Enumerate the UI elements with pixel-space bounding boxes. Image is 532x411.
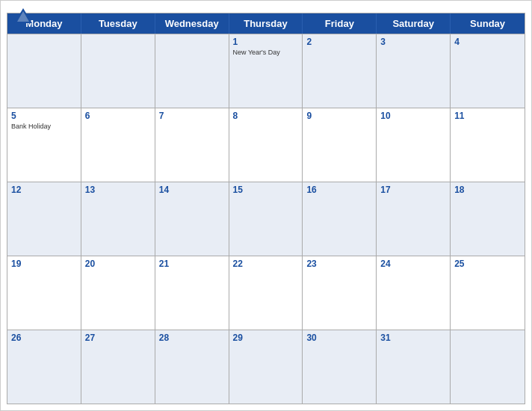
day-number: 13	[85, 185, 151, 195]
day-number: 16	[306, 185, 372, 195]
day-cell: 11	[451, 108, 525, 182]
day-cell: 30	[303, 330, 377, 404]
day-number: 5	[11, 111, 77, 121]
day-number: 10	[380, 111, 446, 121]
day-number: 30	[306, 333, 372, 343]
day-cell: 17	[377, 182, 451, 256]
day-number: 17	[380, 185, 446, 195]
week-row-3: 12131415161718	[7, 182, 525, 256]
logo-icon	[13, 7, 34, 28]
day-number: 28	[159, 333, 225, 343]
day-number: 29	[233, 333, 299, 343]
day-number: 15	[233, 185, 299, 195]
day-cell: 18	[451, 182, 525, 256]
day-number: 11	[454, 111, 521, 121]
day-number: 9	[306, 111, 372, 121]
day-number: 6	[85, 111, 151, 121]
day-header-friday: Friday	[303, 13, 377, 34]
day-cell: 19	[7, 256, 81, 330]
week-row-4: 19202122232425	[7, 256, 525, 330]
day-number: 8	[233, 111, 299, 121]
day-cell: 20	[81, 256, 155, 330]
day-cell: 31	[377, 330, 451, 404]
day-number: 18	[454, 185, 521, 195]
day-number: 25	[454, 259, 521, 269]
day-cell: 13	[81, 182, 155, 256]
calendar-header	[1, 1, 531, 13]
day-cell: 22	[229, 256, 303, 330]
calendar: MondayTuesdayWednesdayThursdayFridaySatu…	[0, 0, 532, 411]
day-cell: 3	[377, 34, 451, 108]
day-cell: 9	[303, 108, 377, 182]
day-cell: 7	[155, 108, 229, 182]
day-cell: 8	[229, 108, 303, 182]
calendar-grid: MondayTuesdayWednesdayThursdayFridaySatu…	[7, 13, 525, 404]
day-cell: 27	[81, 330, 155, 404]
day-headers-row: MondayTuesdayWednesdayThursdayFridaySatu…	[7, 13, 525, 34]
day-cell: 14	[155, 182, 229, 256]
day-number: 12	[11, 185, 77, 195]
day-number: 2	[306, 37, 372, 47]
day-cell: 6	[81, 108, 155, 182]
day-header-wednesday: Wednesday	[155, 13, 229, 34]
day-cell: 29	[229, 330, 303, 404]
day-number: 23	[306, 259, 372, 269]
day-number: 19	[11, 259, 77, 269]
day-cell	[155, 34, 229, 108]
weeks-container: 1New Year's Day2345Bank Holiday678910111…	[7, 34, 525, 404]
day-number: 31	[380, 333, 446, 343]
day-cell: 15	[229, 182, 303, 256]
day-header-thursday: Thursday	[229, 13, 303, 34]
day-cell: 16	[303, 182, 377, 256]
holiday-label: New Year's Day	[233, 49, 299, 57]
day-cell: 23	[303, 256, 377, 330]
day-cell: 12	[7, 182, 81, 256]
day-number: 3	[380, 37, 446, 47]
logo	[13, 7, 37, 28]
day-cell: 28	[155, 330, 229, 404]
week-row-2: 5Bank Holiday67891011	[7, 108, 525, 182]
day-number: 27	[85, 333, 151, 343]
day-number: 24	[380, 259, 446, 269]
day-number: 7	[159, 111, 225, 121]
day-cell	[451, 330, 525, 404]
day-header-saturday: Saturday	[377, 13, 451, 34]
day-header-sunday: Sunday	[451, 13, 525, 34]
day-cell: 26	[7, 330, 81, 404]
week-row-5: 262728293031	[7, 330, 525, 404]
holiday-label: Bank Holiday	[11, 123, 77, 131]
day-header-tuesday: Tuesday	[81, 13, 155, 34]
day-number: 1	[233, 37, 299, 47]
day-cell: 24	[377, 256, 451, 330]
day-number: 4	[454, 37, 521, 47]
day-cell	[81, 34, 155, 108]
day-number: 21	[159, 259, 225, 269]
day-cell: 5Bank Holiday	[7, 108, 81, 182]
day-cell: 2	[303, 34, 377, 108]
day-number: 20	[85, 259, 151, 269]
day-cell: 10	[377, 108, 451, 182]
day-cell: 1New Year's Day	[229, 34, 303, 108]
day-number: 26	[11, 333, 77, 343]
day-cell	[7, 34, 81, 108]
day-cell: 21	[155, 256, 229, 330]
day-number: 22	[233, 259, 299, 269]
day-cell: 4	[451, 34, 525, 108]
week-row-1: 1New Year's Day234	[7, 34, 525, 108]
day-number: 14	[159, 185, 225, 195]
day-cell: 25	[451, 256, 525, 330]
